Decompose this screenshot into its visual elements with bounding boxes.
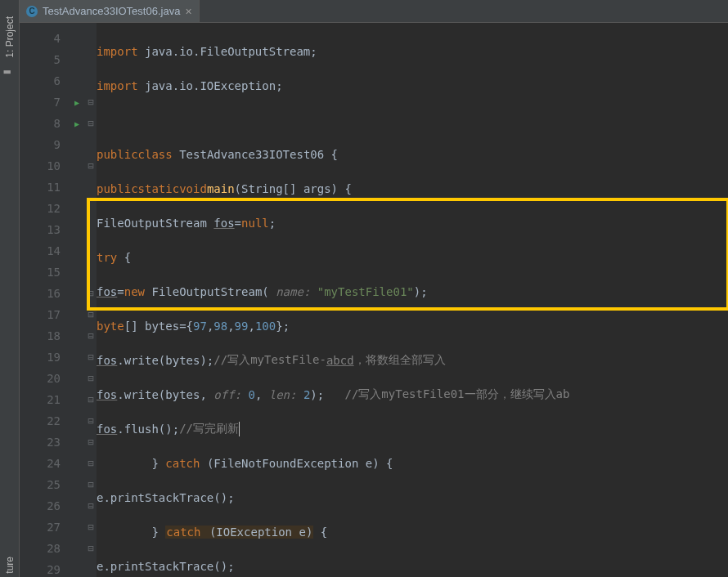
line-number[interactable]: 13 [20,223,69,236]
comment: //写入myTestFile- [213,353,326,368]
line-number[interactable]: 29 [20,563,69,576]
class-name: TestAdvance33IOTest06 [173,148,331,161]
variable: fos [213,217,234,230]
code-text: e.printStackTrace(); [97,491,235,504]
tool-window-sidebar[interactable]: 1: Project ▬ ture [0,0,20,577]
line-number[interactable]: 25 [20,478,69,491]
line-number-gutter[interactable]: 4 5 6 7 8 9 10 11 12 13 14 15 16 17 18 1… [20,23,69,577]
structure-tool-button[interactable]: ture [4,557,16,574]
keyword: catch [165,457,200,470]
number: 99 [235,320,249,333]
method-name: main [207,182,235,195]
line-number[interactable]: 14 [20,244,69,257]
code-editor[interactable]: 4 5 6 7 8 9 10 11 12 13 14 15 16 17 18 1… [20,23,728,577]
close-icon[interactable]: × [185,5,191,18]
fold-icon[interactable]: ⊟ [85,288,97,299]
keyword: static [138,182,180,195]
keyword: void [179,182,207,195]
number: 2 [303,388,310,401]
tab-filename: TestAdvance33IOTest06.java [43,5,180,17]
project-tool-button[interactable]: 1: Project [4,16,16,58]
line-number[interactable]: 9 [20,138,69,151]
line-number[interactable]: 17 [20,308,69,321]
comment: ，将数组全部写入 [354,353,446,368]
keyword: catch [165,526,201,539]
line-number[interactable]: 22 [20,414,69,427]
line-number[interactable]: 27 [20,521,69,534]
number: 0 [248,388,254,401]
run-icon[interactable]: ▶ [69,98,85,107]
code-text: (FileNotFoundException e) { [200,457,393,470]
code-text: .flush(); [117,423,179,436]
line-number[interactable]: 8 [20,117,69,130]
code-area[interactable]: import java.io.FileOutputStream; import … [97,23,728,577]
code-text: java.io.FileOutputStream; [138,45,317,58]
keyword: new [124,285,145,298]
comment: //写入myTestFile01一部分，继续写入ab [345,387,570,402]
keyword: import [97,45,138,58]
editor-tab[interactable]: C TestAdvance33IOTest06.java × [20,0,200,22]
number: 98 [213,320,227,333]
param-hint: name: [269,285,317,298]
folder-icon: ▬ [4,65,16,78]
code-text: FileOutputStream( [145,285,269,298]
fold-icon[interactable]: ⊟ [85,415,97,427]
fold-end-icon[interactable]: ⊟ [85,309,97,320]
string: "myTestFile01" [317,285,414,298]
line-number[interactable]: 10 [20,159,69,172]
fold-icon[interactable]: ⊟ [85,118,97,129]
fold-icon[interactable]: ⊟ [85,160,97,172]
code-text: .write(bytes); [117,354,213,367]
type: FileOutputStream [97,217,213,230]
run-icon[interactable]: ▶ [69,119,85,128]
line-number[interactable]: 7 [20,96,69,109]
variable: fos [97,354,117,367]
code-text: java.io.IOException; [138,79,283,92]
param-hint: len: [262,388,303,401]
keyword: public [97,182,138,195]
fold-end-icon[interactable]: ⊟ [85,351,97,363]
fold-icon[interactable]: ⊟ [85,330,97,342]
fold-icon[interactable]: ⊟ [85,373,97,384]
keyword: class [138,148,173,161]
code-text: (IOException e) [201,526,313,539]
keyword: import [97,79,138,92]
run-marker-gutter[interactable]: ▶ ▶ [69,23,85,577]
number: 100 [255,320,276,333]
fold-icon[interactable]: ⊟ [85,458,97,469]
line-number[interactable]: 11 [20,181,69,194]
line-number[interactable]: 23 [20,436,69,449]
variable: fos [97,388,117,401]
code-text: [] bytes={ [124,320,193,333]
line-number[interactable]: 4 [20,32,69,45]
param-hint: off: [207,388,249,401]
variable: fos [97,423,117,436]
code-text: (String[] args) { [235,182,352,195]
line-number[interactable]: 6 [20,74,69,87]
line-number[interactable]: 12 [20,202,69,215]
line-number[interactable]: 21 [20,393,69,406]
line-number[interactable]: 26 [20,499,69,512]
code-text: = [235,217,241,230]
comment: abcd [326,354,354,367]
line-number[interactable]: 24 [20,457,69,470]
fold-icon[interactable]: ⊟ [85,96,97,108]
tab-bar[interactable]: C TestAdvance33IOTest06.java × [20,0,728,23]
number: 97 [193,320,207,333]
line-number[interactable]: 15 [20,266,69,279]
line-number[interactable]: 16 [20,287,69,300]
fold-icon[interactable]: ⊟ [85,394,97,405]
keyword: byte [97,320,124,333]
keyword: public [97,148,138,161]
line-number[interactable]: 20 [20,372,69,385]
fold-end-icon[interactable]: ⊟ [85,543,97,554]
fold-end-icon[interactable]: ⊟ [85,521,97,533]
line-number[interactable]: 5 [20,53,69,66]
fold-end-icon[interactable]: ⊟ [85,436,97,448]
fold-end-icon[interactable]: ⊟ [85,500,97,512]
line-number[interactable]: 28 [20,542,69,555]
fold-gutter[interactable]: ⊟ ⊟ ⊟ ⊟ ⊟ ⊟ ⊟ ⊟ ⊟ ⊟ ⊟ ⊟ ⊟ ⊟ ⊟ ⊟ [85,23,97,577]
line-number[interactable]: 18 [20,329,69,342]
fold-end-icon[interactable]: ⊟ [85,479,97,490]
line-number[interactable]: 19 [20,351,69,364]
